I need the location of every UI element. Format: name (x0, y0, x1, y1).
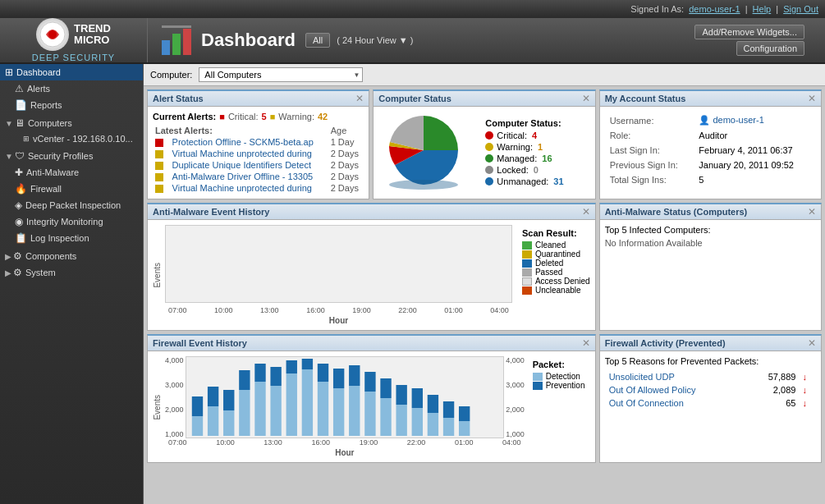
alert-link-3[interactable]: Duplicate Unique Identifiers Detect (172, 160, 311, 170)
computer-select-wrap[interactable]: All Computers (199, 67, 363, 82)
top-bar: Signed In As: demo-user-1 | Help | Sign … (0, 0, 825, 18)
legend-uncleanable: Uncleanable (522, 286, 590, 295)
fw-link-policy[interactable]: Out Of Allowed Policy (609, 385, 696, 395)
last-signin-value: February 4, 2011 06:37 (695, 144, 814, 157)
sidebar-label-vcenter: vCenter - 192.168.0.10... (33, 134, 133, 144)
sidebar-item-dashboard[interactable]: ⊞ Dashboard (0, 64, 143, 80)
sidebar-item-vcenter[interactable]: ⊞ vCenter - 192.168.0.10... (0, 131, 143, 146)
add-remove-widgets-button[interactable]: Add/Remove Widgets... (694, 25, 804, 39)
fw-activity-close[interactable]: ✕ (808, 338, 816, 348)
fw-history-close[interactable]: ✕ (582, 338, 590, 348)
widget-computer-status: Computer Status ✕ (373, 89, 595, 199)
alert-color-4 (155, 173, 163, 181)
sidebar-item-alerts[interactable]: ⚠ Alerts (0, 80, 143, 97)
cleaned-label: Cleaned (535, 241, 566, 250)
alerts-icon: ⚠ (15, 83, 24, 94)
svg-rect-22 (301, 359, 312, 369)
brand-name: TRENDMICRO (74, 23, 111, 47)
alert-link-1[interactable]: Protection Offline - SCKM5-beta.ap (172, 137, 314, 147)
fw-chart-container: Events 4,000 3,000 2,000 1,000 (153, 356, 590, 457)
detection-color (533, 373, 543, 381)
sidebar-label-firewall: Firewall (30, 184, 62, 194)
svg-rect-23 (317, 382, 328, 436)
sidebar-item-system[interactable]: ▶ ⚙ System (0, 264, 143, 281)
all-button[interactable]: All (305, 33, 330, 48)
system-icon: ⚙ (13, 267, 22, 278)
svg-rect-40 (442, 401, 453, 418)
alert-link-5[interactable]: Virtual Machine unprotected during (172, 183, 312, 193)
svg-point-1 (48, 30, 57, 39)
sidebar-label-log: Log Inspection (30, 233, 89, 243)
sidebar-item-computers[interactable]: ▼ 🖥 Computers (0, 115, 143, 131)
sidebar-label-components: Components (25, 251, 76, 261)
locked-legend-count: 0 (534, 165, 539, 175)
alert-table: Latest Alerts: Age Protection Offline - … (153, 125, 364, 194)
role-value: Auditor (695, 129, 814, 142)
svg-rect-18 (270, 367, 281, 386)
svg-rect-35 (411, 408, 422, 436)
account-status-close[interactable]: ✕ (808, 94, 816, 103)
locked-dot (485, 166, 493, 174)
sidebar-item-log[interactable]: 📋 Log Inspection (0, 230, 143, 246)
alert-status-body: Current Alerts: ■ Critical: 5 ■ Warning:… (148, 107, 369, 199)
passed-color (522, 268, 532, 277)
warning-label: ■ (270, 112, 276, 121)
deleted-label: Deleted (535, 259, 563, 268)
sign-out-link[interactable]: Sign Out (783, 4, 818, 14)
svg-rect-14 (239, 370, 250, 390)
sidebar-item-reports[interactable]: 📄 Reports (0, 97, 143, 113)
fw-activity-row-2: Out Of Allowed Policy 2,089 ↓ (607, 384, 814, 396)
account-status-header: My Account Status ✕ (600, 91, 821, 107)
critical-legend-label: Critical: (497, 131, 527, 140)
alert-row-1: Protection Offline - SCKM5-beta.ap 1 Day (153, 136, 364, 148)
sidebar-item-dpi[interactable]: ◈ Deep Packet Inspection (0, 197, 143, 213)
sidebar-item-security-profiles[interactable]: ▼ 🛡 Security Profiles (0, 148, 143, 164)
dashboard-icon (160, 24, 193, 57)
fw-link-conn[interactable]: Out Of Connection (609, 398, 684, 408)
sidebar-label-dpi: Deep Packet Inspection (25, 200, 121, 210)
alert-link-4[interactable]: Anti-Malware Driver Offline - 13305 (172, 172, 314, 181)
sidebar-item-integrity[interactable]: ◉ Integrity Monitoring (0, 213, 143, 230)
fw-history-title: Firewall Event History (153, 338, 247, 348)
svg-rect-17 (270, 386, 281, 436)
sidebar-item-components[interactable]: ▶ ⚙ Components (0, 248, 143, 264)
svg-rect-3 (172, 34, 181, 55)
sidebar-item-anti-malware[interactable]: ✚ Anti-Malware (0, 164, 143, 181)
alert-link-2[interactable]: Virtual Machine unprotected during (172, 149, 312, 158)
username-link[interactable]: demo-user-1 (689, 4, 740, 14)
header-main: Dashboard All ( 24 Hour View ▼ ) Add/Rem… (148, 24, 817, 57)
prevention-color (533, 382, 543, 390)
help-link[interactable]: Help (753, 4, 772, 14)
fw-link-udp[interactable]: Unsolicited UDP (609, 372, 675, 382)
critical-label: ■ (219, 112, 225, 121)
configuration-button[interactable]: Configuration (736, 41, 804, 56)
fw-activity-row-1: Unsolicited UDP 57,889 ↓ (607, 371, 814, 383)
fw-chart (186, 356, 505, 438)
sidebar-label-anti-malware: Anti-Malware (26, 167, 79, 177)
cleaned-color (522, 241, 532, 250)
unmanaged-legend-count: 31 (553, 176, 563, 186)
am-status-close[interactable]: ✕ (808, 207, 816, 217)
computer-status-close[interactable]: ✕ (582, 94, 590, 103)
am-chart-container: Events 07:00 10:00 13:00 16:00 (153, 225, 590, 325)
account-status-body: Username: 👤 demo-user-1 Role: Auditor La… (600, 107, 821, 193)
svg-rect-41 (459, 421, 470, 436)
critical-count-link[interactable]: 5 (262, 112, 267, 121)
integrity-icon: ◉ (15, 216, 23, 227)
account-username-link[interactable]: demo-user-1 (713, 115, 763, 125)
legend-passed: Passed (522, 268, 590, 277)
computer-label: Computer: (150, 70, 192, 80)
alert-row-3: Duplicate Unique Identifiers Detect 2 Da… (153, 159, 364, 171)
warning-count-link[interactable]: 42 (318, 112, 328, 121)
computer-select[interactable]: All Computers (199, 67, 363, 82)
am-history-close[interactable]: ✕ (582, 207, 590, 217)
alert-status-title: Alert Status (153, 94, 204, 103)
content-area: Computer: All Computers Alert Status ✕ C… (144, 64, 825, 504)
critical-dot (485, 131, 493, 140)
uncleanable-label: Uncleanable (535, 286, 581, 295)
scan-result-label: Scan Result: (522, 228, 590, 238)
sidebar-item-firewall[interactable]: 🔥 Firewall (0, 181, 143, 197)
quarantined-color (522, 250, 532, 259)
alert-status-close[interactable]: ✕ (355, 94, 364, 103)
fw-y-label: Events (153, 395, 162, 420)
